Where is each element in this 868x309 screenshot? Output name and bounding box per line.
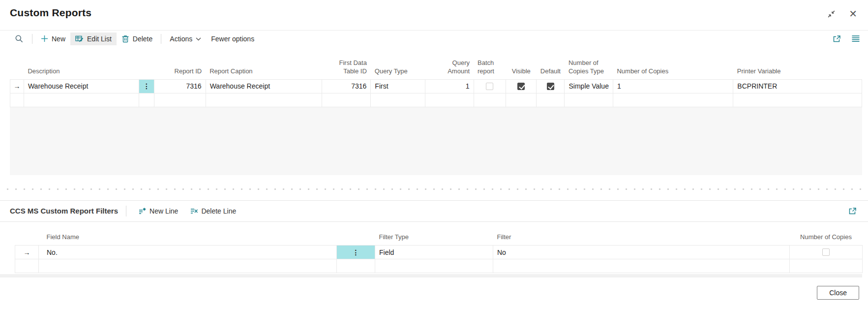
cell-more-options-icon[interactable]: ⋮ [139, 79, 154, 93]
new-button[interactable]: New [36, 32, 70, 45]
empty-cell[interactable] [24, 93, 139, 107]
search-button[interactable] [10, 32, 29, 46]
new-line-label: New Line [150, 207, 178, 215]
col-default[interactable]: Default [537, 56, 565, 79]
col-report-id[interactable]: Report ID [154, 56, 206, 79]
section-divider [126, 206, 126, 216]
col-report-caption[interactable]: Report Caption [206, 56, 322, 79]
share-button[interactable] [848, 207, 857, 216]
list-view-icon [851, 35, 860, 42]
first-data-table-id-cell[interactable]: 7316 [322, 79, 371, 93]
filters-section-title: CCS MS Custom Report Filters [10, 207, 118, 215]
empty-cell[interactable] [790, 259, 863, 273]
empty-cell[interactable] [537, 93, 565, 107]
description-cell[interactable]: Warehouse Receipt [24, 79, 139, 93]
filters-section-header: CCS MS Custom Report Filters New Line De… [0, 200, 868, 222]
col-more [337, 222, 375, 246]
number-of-copies-cell[interactable]: 1 [613, 79, 733, 93]
field-name-cell[interactable]: No. [39, 246, 337, 259]
empty-cell[interactable] [506, 93, 537, 107]
col-first-data-table-id[interactable]: First Data Table ID [322, 56, 371, 79]
col-description[interactable]: Description [24, 56, 139, 79]
edit-list-button-label: Edit List [87, 35, 112, 43]
empty-cell[interactable] [154, 93, 206, 107]
custom-reports-grid: Description Report ID Report Caption Fir… [10, 56, 862, 175]
printer-variable-cell[interactable]: BCPRINTER [733, 79, 862, 93]
fewer-options-button[interactable]: Fewer options [206, 32, 259, 45]
report-empty-row [10, 93, 862, 107]
empty-cell[interactable] [375, 259, 493, 273]
empty-cell[interactable] [337, 259, 375, 273]
col-query-type[interactable]: Query Type [371, 56, 425, 79]
filter-type-cell[interactable]: Field [375, 246, 493, 259]
visible-checkbox[interactable] [517, 83, 525, 90]
col-query-amount[interactable]: Query Amount [425, 56, 474, 79]
new-button-label: New [52, 35, 65, 43]
new-line-icon [138, 207, 147, 215]
window-controls: ✕ [827, 9, 857, 19]
col-number-of-copies[interactable]: Number of Copies [613, 56, 733, 79]
filters-section-icons [848, 207, 857, 216]
filter-row-no: → No. ⋮ Field No [15, 246, 863, 259]
empty-cell[interactable] [206, 93, 322, 107]
empty-cell[interactable] [39, 259, 337, 273]
default-checkbox[interactable] [547, 83, 554, 90]
page-title: Custom Reports [10, 7, 91, 19]
empty-cell[interactable] [493, 259, 790, 273]
trash-icon [121, 34, 129, 43]
filter-cell[interactable]: No [493, 246, 790, 259]
collapse-icon[interactable] [827, 9, 836, 19]
dialog-footer: Close [0, 278, 868, 300]
col-number-of-copies[interactable]: Number of Copies [790, 222, 863, 246]
number-of-copies-cell [790, 246, 863, 259]
empty-cell[interactable] [371, 93, 425, 107]
delete-button[interactable]: Delete [117, 32, 157, 45]
number-of-copies-checkbox[interactable] [822, 248, 830, 256]
active-row-arrow-icon: → [15, 246, 39, 259]
actions-menu-label: Actions [170, 35, 192, 43]
empty-cell[interactable] [733, 93, 862, 107]
cell-more-options-icon[interactable]: ⋮ [337, 246, 375, 259]
share-button[interactable] [832, 34, 841, 43]
report-table-header-row: Description Report ID Report Caption Fir… [10, 56, 862, 79]
close-icon[interactable]: ✕ [849, 9, 857, 19]
empty-cell[interactable] [425, 93, 474, 107]
number-of-copies-type-cell[interactable]: Simple Value [565, 79, 613, 93]
empty-cell[interactable] [565, 93, 613, 107]
col-number-of-copies-type[interactable]: Number of Copies Type [565, 56, 613, 79]
col-batch-report[interactable]: Batch report [474, 56, 506, 79]
empty-cell[interactable] [322, 93, 371, 107]
col-more [139, 56, 154, 79]
list-view-button[interactable] [851, 35, 860, 42]
report-id-cell[interactable]: 7316 [154, 79, 206, 93]
col-filter[interactable]: Filter [493, 222, 790, 246]
empty-cell[interactable] [15, 259, 39, 273]
query-amount-cell[interactable]: 1 [425, 79, 474, 93]
empty-cell[interactable] [613, 93, 733, 107]
empty-cell[interactable] [139, 93, 154, 107]
titlebar: Custom Reports ✕ [0, 0, 868, 31]
edit-list-button[interactable]: Edit List [70, 32, 117, 45]
query-type-cell[interactable]: First [371, 79, 425, 93]
search-icon [15, 34, 24, 43]
col-printer-variable[interactable]: Printer Variable [733, 56, 862, 79]
filter-table-header-row: Field Name Filter Type Filter Number of … [15, 222, 863, 246]
col-visible[interactable]: Visible [506, 56, 537, 79]
empty-cell[interactable] [474, 93, 506, 107]
row-marker-header [15, 222, 39, 246]
grid-empty-area [10, 107, 862, 175]
col-field-name[interactable]: Field Name [39, 222, 337, 246]
batch-report-checkbox[interactable] [486, 83, 493, 90]
new-line-button[interactable]: New Line [134, 205, 182, 217]
toolbar-divider [161, 34, 161, 44]
report-caption-cell[interactable]: Warehouse Receipt [206, 79, 322, 93]
close-button[interactable]: Close [817, 286, 859, 300]
toolbar-right-icons [832, 34, 860, 43]
col-filter-type[interactable]: Filter Type [375, 222, 493, 246]
delete-line-button[interactable]: Delete Line [186, 205, 240, 217]
actions-menu-button[interactable]: Actions [165, 32, 206, 45]
empty-cell[interactable] [10, 93, 24, 107]
section-dotted-divider [7, 188, 861, 190]
share-icon [832, 34, 841, 43]
report-table: Description Report ID Report Caption Fir… [10, 56, 862, 107]
